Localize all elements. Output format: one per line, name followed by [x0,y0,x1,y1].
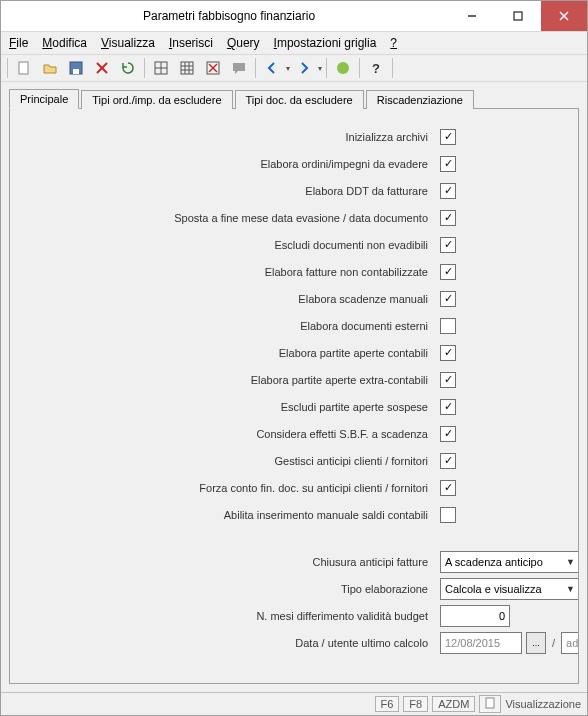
status-icon[interactable] [331,56,355,80]
checkbox-considera-sbf[interactable] [440,426,456,442]
tab-tipi-ord[interactable]: Tipi ord./imp. da escludere [81,90,232,109]
label-tipo-elab: Tipo elaborazione [28,583,440,595]
menu-help[interactable]: ? [390,36,397,50]
label-abilita-ins: Abilita inserimento manuale saldi contab… [28,509,440,521]
checkbox-elabora-part-extra[interactable] [440,372,456,388]
status-azdm: AZDM [432,696,475,712]
menu-inserisci[interactable]: Inserisci [169,36,213,50]
checkbox-escludi-part-sosp[interactable] [440,399,456,415]
maximize-button[interactable] [495,1,541,31]
menu-impostazioni[interactable]: Impostazioni griglia [274,36,377,50]
select-chiusura-anticipi[interactable]: A scadenza anticipo ▼ [440,551,579,573]
minimize-button[interactable] [449,1,495,31]
date-picker-button[interactable]: ... [526,632,546,654]
label-elabora-ddt: Elabora DDT da fatturare [28,185,440,197]
close-button[interactable] [541,1,587,31]
label-elabora-doc-est: Elabora documenti esterni [28,320,440,332]
help-icon[interactable]: ? [364,56,388,80]
grid-delete-icon[interactable] [201,56,225,80]
input-n-mesi[interactable]: 0 [440,605,510,627]
svg-rect-12 [181,62,193,74]
svg-point-20 [337,62,349,74]
checkbox-elabora-part-cont[interactable] [440,345,456,361]
menu-query[interactable]: Query [227,36,260,50]
checkbox-sposta-fine[interactable] [440,210,456,226]
label-sposta-fine: Sposta a fine mese data evasione / data … [28,212,440,224]
chevron-down-icon: ▼ [566,557,575,567]
status-f8: F8 [403,696,428,712]
checkbox-elabora-fatt[interactable] [440,264,456,280]
label-inizializza: Inizializza archivi [28,131,440,143]
svg-rect-6 [73,69,79,74]
menu-visualizza[interactable]: Visualizza [101,36,155,50]
new-icon[interactable] [12,56,36,80]
menu-modifica[interactable]: Modifica [42,36,87,50]
label-data-utente: Data / utente ultimo calcolo [28,637,440,649]
label-elabora-ordini: Elabora ordini/impegni da evadere [28,158,440,170]
delete-icon[interactable] [90,56,114,80]
checkbox-forza-conto[interactable] [440,480,456,496]
label-elabora-part-extra: Elabora partite aperte extra-contabili [28,374,440,386]
grid1-icon[interactable] [149,56,173,80]
label-forza-conto: Forza conto fin. doc. su anticipi client… [28,482,440,494]
label-gestisci-anticipi: Gestisci anticipi clienti / fornitori [28,455,440,467]
checkbox-elabora-scad[interactable] [440,291,456,307]
svg-rect-22 [486,698,494,708]
window-title: Parametri fabbisogno finanziario [135,9,315,23]
tab-riscadenziazione[interactable]: Riscadenziazione [366,90,474,109]
select-tipo-elab[interactable]: Calcola e visualizza ▼ [440,578,579,600]
checkbox-inizializza[interactable] [440,129,456,145]
label-elabora-scad: Elabora scadenze manuali [28,293,440,305]
separator-slash: / [550,637,557,649]
checkbox-elabora-ordini[interactable] [440,156,456,172]
checkbox-abilita-ins[interactable] [440,507,456,523]
chat-icon[interactable] [227,56,251,80]
input-data[interactable]: 12/08/2015 [440,632,522,654]
svg-text:?: ? [372,61,380,76]
back-icon[interactable] [260,56,284,80]
label-elabora-part-cont: Elabora partite aperte contabili [28,347,440,359]
label-n-mesi: N. mesi differimento validità budget [28,610,440,622]
label-chiusura-anticipi: Chiusura anticipi fatture [28,556,440,568]
select-tipo-elab-value: Calcola e visualizza [445,583,542,595]
checkbox-escludi-doc[interactable] [440,237,456,253]
refresh-icon[interactable] [116,56,140,80]
save-icon[interactable] [64,56,88,80]
open-icon[interactable] [38,56,62,80]
menu-file[interactable]: File [9,36,28,50]
forward-icon[interactable] [292,56,316,80]
label-escludi-doc: Escludi documenti non evadibili [28,239,440,251]
checkbox-elabora-doc-est[interactable] [440,318,456,334]
input-utente[interactable]: adme [561,632,579,654]
grid2-icon[interactable] [175,56,199,80]
checkbox-elabora-ddt[interactable] [440,183,456,199]
tab-principale[interactable]: Principale [9,89,79,109]
status-mode: Visualizzazione [505,698,581,710]
select-chiusura-anticipi-value: A scadenza anticipo [445,556,543,568]
label-escludi-part-sosp: Escludi partite aperte sospese [28,401,440,413]
checkbox-gestisci-anticipi[interactable] [440,453,456,469]
label-elabora-fatt: Elabora fatture non contabilizzate [28,266,440,278]
label-considera-sbf: Considera effetti S.B.F. a scadenza [28,428,440,440]
chevron-down-icon: ▼ [566,584,575,594]
svg-rect-1 [514,12,522,20]
tab-tipi-doc[interactable]: Tipi doc. da escludere [235,90,364,109]
status-f6: F6 [375,696,400,712]
svg-rect-4 [19,62,28,74]
status-doc-icon [479,695,501,713]
